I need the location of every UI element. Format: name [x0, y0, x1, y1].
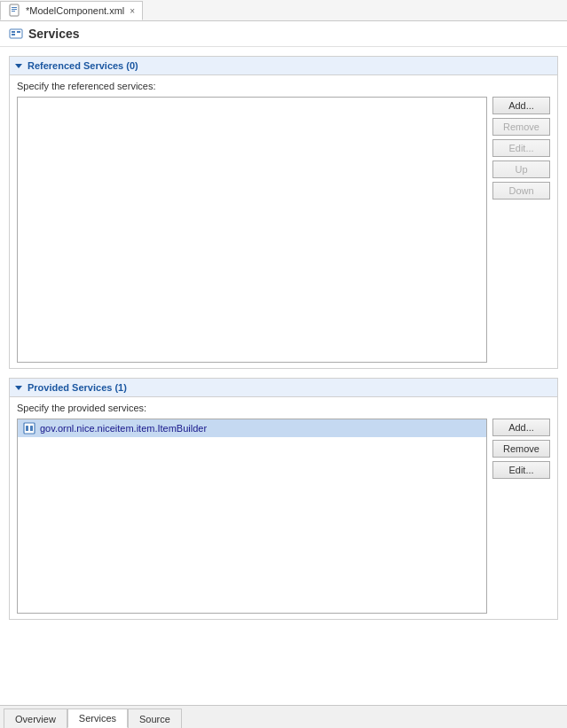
editor-tab-close[interactable]: ×: [130, 6, 135, 16]
editor-tab-bar: *ModelComponent.xml ×: [0, 0, 567, 21]
tab-services[interactable]: Services: [67, 708, 128, 728]
provided-edit-button[interactable]: Edit...: [492, 461, 550, 479]
svg-rect-9: [26, 426, 28, 431]
page-title: Services: [28, 27, 80, 41]
provided-services-area: gov.ornl.nice.niceitem.item.ItemBuilder …: [17, 419, 550, 614]
referenced-services-chevron: [15, 64, 22, 68]
referenced-up-button[interactable]: Up: [492, 160, 550, 178]
referenced-services-description: Specify the referenced services:: [17, 81, 550, 91]
provided-services-list[interactable]: gov.ornl.nice.niceitem.item.ItemBuilder: [17, 419, 487, 614]
provided-services-chevron: [15, 386, 22, 390]
provided-remove-button[interactable]: Remove: [492, 440, 550, 458]
referenced-edit-button[interactable]: Edit...: [492, 139, 550, 157]
svg-rect-0: [10, 4, 19, 16]
service-item-icon-0: [23, 422, 35, 434]
tab-services-label: Services: [79, 713, 116, 724]
provided-services-body: Specify the provided services: g: [10, 397, 557, 619]
svg-rect-3: [12, 11, 15, 12]
tab-overview[interactable]: Overview: [4, 708, 67, 728]
main-content: Services Referenced Services (0) Specify…: [0, 21, 567, 705]
form-content: Referenced Services (0) Specify the refe…: [0, 47, 567, 705]
svg-rect-1: [12, 7, 17, 8]
provided-services-section: Provided Services (1) Specify the provid…: [9, 378, 558, 620]
provided-services-title: Provided Services (1): [28, 382, 127, 393]
svg-rect-6: [12, 34, 15, 35]
provided-service-item-0[interactable]: gov.ornl.nice.niceitem.item.ItemBuilder: [18, 419, 486, 437]
provided-services-header[interactable]: Provided Services (1): [10, 379, 557, 397]
referenced-services-body: Specify the referenced services: Add... …: [10, 75, 557, 368]
provided-services-description: Specify the provided services:: [17, 403, 550, 413]
svg-rect-8: [24, 423, 35, 434]
tab-source[interactable]: Source: [128, 708, 182, 728]
editor-tab[interactable]: *ModelComponent.xml ×: [0, 1, 143, 20]
referenced-remove-button[interactable]: Remove: [492, 118, 550, 136]
xml-file-icon: [8, 4, 22, 18]
svg-rect-7: [17, 31, 20, 33]
tab-overview-label: Overview: [15, 714, 56, 724]
tab-source-label: Source: [139, 714, 170, 724]
referenced-services-buttons: Add... Remove Edit... Up Down: [492, 97, 550, 363]
svg-rect-10: [30, 426, 33, 431]
referenced-services-header[interactable]: Referenced Services (0): [10, 57, 557, 75]
provided-services-buttons: Add... Remove Edit...: [492, 419, 550, 614]
services-icon: [9, 27, 23, 41]
provided-add-button[interactable]: Add...: [492, 419, 550, 436]
svg-rect-2: [12, 9, 17, 10]
referenced-services-list[interactable]: [17, 97, 487, 363]
page-title-bar: Services: [0, 21, 567, 47]
editor-tab-label: *ModelComponent.xml: [26, 5, 124, 16]
referenced-down-button[interactable]: Down: [492, 182, 550, 200]
referenced-services-title: Referenced Services (0): [28, 60, 138, 71]
referenced-services-section: Referenced Services (0) Specify the refe…: [9, 56, 558, 369]
bottom-tab-bar: Overview Services Source: [0, 705, 567, 728]
referenced-add-button[interactable]: Add...: [492, 97, 550, 114]
svg-rect-5: [12, 31, 15, 33]
referenced-services-area: Add... Remove Edit... Up Down: [17, 97, 550, 363]
provided-service-label-0: gov.ornl.nice.niceitem.item.ItemBuilder: [40, 423, 207, 434]
